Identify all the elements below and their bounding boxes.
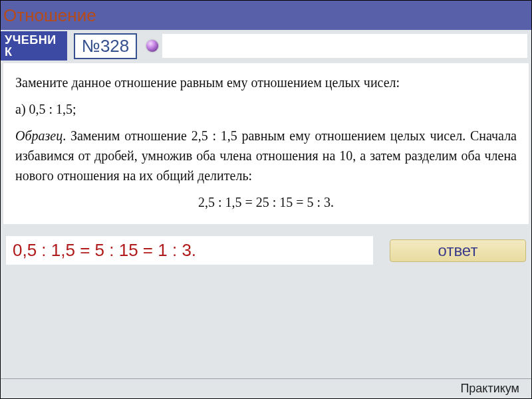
- answer-row: 0,5 : 1,5 = 5 : 15 = 1 : 3. ответ: [6, 236, 526, 265]
- page-title: Отношение: [3, 5, 96, 26]
- worked-equation: 2,5 : 1,5 = 25 : 15 = 5 : 3.: [15, 192, 517, 212]
- title-input-bar[interactable]: [162, 34, 527, 58]
- textbook-badge: УЧЕБНИК: [1, 31, 67, 61]
- record-orb-icon[interactable]: [146, 40, 158, 52]
- answer-text: 0,5 : 1,5 = 5 : 15 = 1 : 3.: [6, 236, 373, 265]
- toolbar: УЧЕБНИК №328: [1, 30, 531, 62]
- example-body: . Заменим отношение 2,5 : 1,5 равным ему…: [15, 128, 517, 183]
- problem-prompt: Замените данное отношение равным ему отн…: [15, 72, 517, 92]
- problem-example: Образец. Заменим отношение 2,5 : 1,5 рав…: [15, 126, 517, 186]
- example-label: Образец: [15, 128, 63, 143]
- footer-label: Практикум: [460, 382, 519, 396]
- problem-panel: Замените данное отношение равным ему отн…: [3, 63, 529, 224]
- header-bar: Отношение: [1, 1, 531, 30]
- footer: Практикум: [1, 378, 531, 398]
- answer-button[interactable]: ответ: [390, 239, 526, 262]
- problem-part-a: а) 0,5 : 1,5;: [15, 99, 517, 119]
- problem-number: №328: [74, 33, 137, 59]
